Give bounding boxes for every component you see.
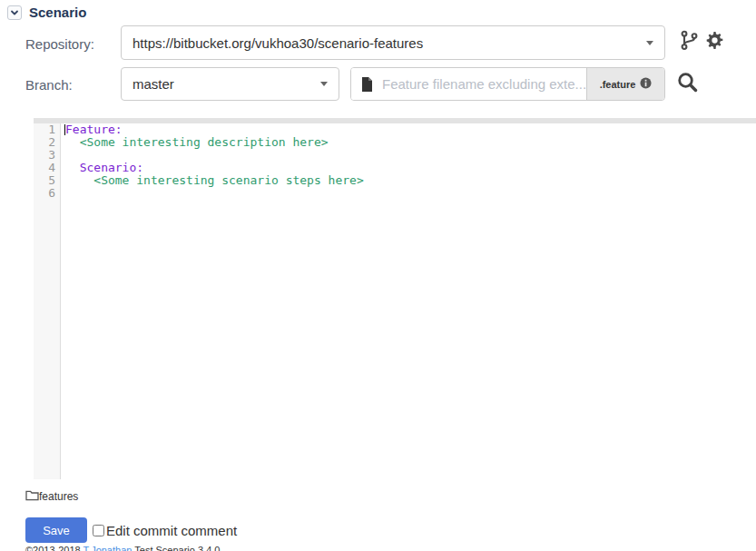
gherkin-editor[interactable]: 1 2 3 4 5 6 Feature: <Some interesting d… xyxy=(34,118,756,479)
branch-label: Branch: xyxy=(25,77,73,93)
search-icon[interactable] xyxy=(674,69,700,94)
line-number: 6 xyxy=(34,187,55,200)
caret-down-icon xyxy=(646,41,653,45)
caret-down-icon xyxy=(320,82,328,86)
save-button[interactable]: Save xyxy=(25,517,87,543)
repository-select[interactable]: https://bitbucket.org/vukhoa30/scenario-… xyxy=(121,25,665,60)
edit-commit-label: Edit commit comment xyxy=(106,523,237,538)
gear-icon[interactable] xyxy=(704,30,725,51)
repository-value: https://bitbucket.org/vukhoa30/scenario-… xyxy=(133,35,639,51)
panel-header: Scenario xyxy=(7,5,86,20)
save-row: Save Edit commit comment xyxy=(25,517,237,543)
code-line xyxy=(65,187,756,200)
collapse-button[interactable] xyxy=(7,5,22,20)
repository-label: Repository: xyxy=(25,36,94,52)
copyright-text: ©2013-2018 xyxy=(25,545,81,551)
info-icon[interactable] xyxy=(640,76,652,93)
footer: ©2013-2018 T.Jonathan Test Scenario 3.4.… xyxy=(25,545,220,551)
edit-commit-checkbox[interactable] xyxy=(93,525,104,536)
folder-icon xyxy=(25,488,39,505)
filename-suffix: .feature xyxy=(600,79,636,90)
file-icon xyxy=(351,68,382,100)
chevron-down-icon xyxy=(10,5,19,21)
editor-gutter: 1 2 3 4 5 6 xyxy=(34,123,61,479)
page-title: Scenario xyxy=(29,5,86,20)
code-line xyxy=(65,149,756,162)
repo-toolbar xyxy=(679,30,725,51)
folder-name: features xyxy=(39,490,78,503)
scenario-panel: Scenario Repository: https://bitbucket.o… xyxy=(0,0,756,551)
code-line: Scenario: xyxy=(65,162,756,174)
app-version-text: Test Scenario 3.4.0 xyxy=(134,545,220,551)
line-number: 1 xyxy=(34,123,55,136)
folder-path-link[interactable]: features xyxy=(25,488,78,505)
line-number: 5 xyxy=(34,174,55,187)
filename-group: .feature xyxy=(350,67,665,101)
text-cursor xyxy=(64,124,65,135)
line-number: 3 xyxy=(34,149,55,162)
code-line: <Some interesting scenario steps here> xyxy=(65,174,756,187)
branch-value: master xyxy=(133,76,313,92)
branch-select[interactable]: master xyxy=(121,67,339,101)
filename-suffix-addon: .feature xyxy=(586,68,664,100)
git-fork-icon[interactable] xyxy=(679,30,700,51)
line-number: 4 xyxy=(34,162,55,174)
editor-code-area[interactable]: Feature: <Some interesting description h… xyxy=(61,123,756,479)
author-link[interactable]: T.Jonathan xyxy=(83,545,133,551)
code-line: <Some interesting description here> xyxy=(65,136,756,149)
code-line: Feature: xyxy=(65,123,756,136)
filename-input[interactable] xyxy=(382,68,586,100)
line-number: 2 xyxy=(34,136,55,149)
